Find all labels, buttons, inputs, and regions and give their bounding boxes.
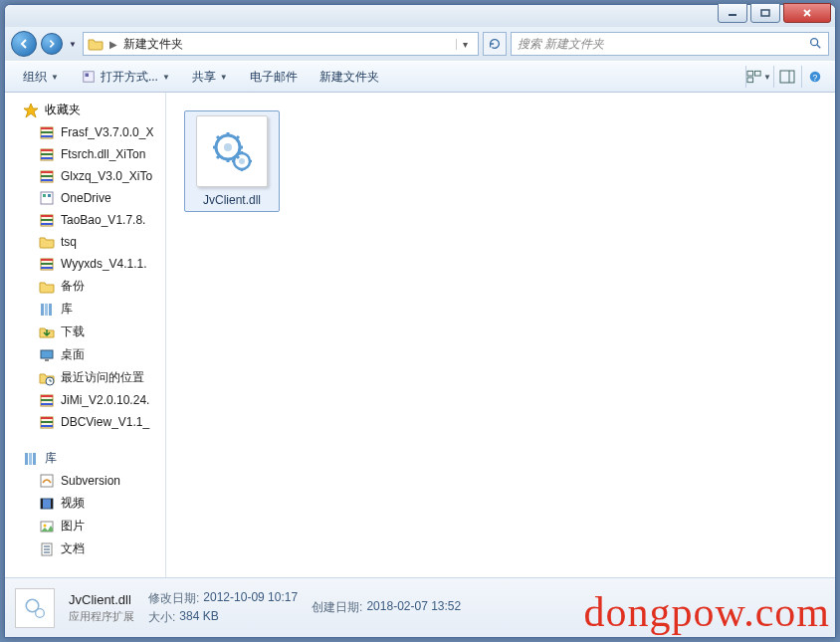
sidebar-item[interactable]: Frasf_V3.7.0.0_X xyxy=(5,121,165,143)
open-with-label: 打开方式... xyxy=(101,69,158,86)
chevron-down-icon: ▼ xyxy=(51,73,59,82)
email-label: 电子邮件 xyxy=(250,69,298,86)
svg-rect-21 xyxy=(41,153,53,155)
sidebar-item[interactable]: OneDrive xyxy=(5,187,165,209)
svg-rect-29 xyxy=(48,194,51,197)
sidebar-item-label: JiMi_V2.0.10.24. xyxy=(61,393,149,407)
sidebar-item[interactable]: Ftsrch.dll_XiTon xyxy=(5,143,165,165)
path-separator-icon: ▶ xyxy=(109,39,117,50)
svg-rect-41 xyxy=(41,350,53,358)
preview-pane-button[interactable] xyxy=(773,66,799,88)
new-folder-button[interactable]: 新建文件夹 xyxy=(310,65,389,90)
share-button[interactable]: 共享 ▼ xyxy=(182,65,238,90)
details-file-name: JvClient.dll xyxy=(69,592,134,607)
maximize-button[interactable] xyxy=(750,3,780,23)
search-icon xyxy=(808,36,822,53)
picture-icon xyxy=(39,519,55,535)
search-input[interactable]: 搜索 新建文件夹 xyxy=(511,32,829,56)
address-bar[interactable]: ▶ 新建文件夹 ▾ xyxy=(83,32,479,56)
sidebar-item-label: Frasf_V3.7.0.0_X xyxy=(61,125,153,139)
svg-rect-8 xyxy=(747,71,753,76)
details-meta-col1: 修改日期: 2012-10-09 10:17 大小: 384 KB xyxy=(148,590,298,626)
details-meta-col2: 创建日期: 2018-02-07 13:52 xyxy=(312,599,461,616)
titlebar xyxy=(5,5,835,27)
sidebar-item-label: tsq xyxy=(61,235,77,249)
svg-rect-37 xyxy=(41,267,53,269)
file-item[interactable]: JvClient.dll xyxy=(184,110,280,212)
sidebar-item-label: Ftsrch.dll_XiTon xyxy=(61,147,145,161)
help-button[interactable]: ? xyxy=(801,66,827,88)
sidebar-item-label: Wyyxds_V4.1.1. xyxy=(61,257,147,271)
sidebar-item-label: 库 xyxy=(61,301,73,318)
svg-rect-38 xyxy=(41,304,44,316)
svg-line-5 xyxy=(817,44,821,48)
svg-rect-26 xyxy=(41,179,53,181)
libraries-header[interactable]: 库 xyxy=(5,447,165,470)
desktop-icon xyxy=(39,347,55,363)
view-options-button[interactable]: ▼ xyxy=(745,66,771,88)
sidebar-item[interactable]: DBCView_V1.1_ xyxy=(5,411,165,433)
sidebar-item[interactable]: Subversion xyxy=(5,470,165,492)
svg-rect-52 xyxy=(25,453,28,465)
sidebar-item-label: 图片 xyxy=(61,518,85,535)
svg-point-70 xyxy=(36,608,45,617)
sidebar-item[interactable]: 最近访问的位置 xyxy=(5,366,165,389)
sidebar-item[interactable]: 图片 xyxy=(5,515,165,537)
svg-point-4 xyxy=(811,38,818,45)
main-area: 收藏夹 Frasf_V3.7.0.0_XFtsrch.dll_XiTonGlxz… xyxy=(5,93,835,577)
sidebar-item[interactable]: 备份 xyxy=(5,275,165,298)
sidebar-item[interactable]: 视频 xyxy=(5,492,165,515)
forward-button[interactable] xyxy=(41,33,63,55)
history-dropdown-icon[interactable]: ▼ xyxy=(67,40,79,49)
file-name-label: JvClient.dll xyxy=(203,193,261,207)
sidebar-item-label: DBCView_V1.1_ xyxy=(61,415,149,429)
share-label: 共享 xyxy=(192,69,216,86)
library-icon xyxy=(39,302,55,318)
sidebar-item-label: TaoBao_V1.7.8. xyxy=(61,213,145,227)
svg-rect-57 xyxy=(41,499,43,509)
svg-rect-27 xyxy=(41,192,53,204)
svg-rect-51 xyxy=(41,425,53,427)
svg-rect-10 xyxy=(747,78,753,83)
file-list-pane[interactable]: JvClient.dll xyxy=(166,93,835,577)
sidebar-item[interactable]: Wyyxds_V4.1.1. xyxy=(5,253,165,275)
svg-rect-17 xyxy=(41,131,53,133)
sidebar-item-label: 文档 xyxy=(61,540,85,557)
sidebar-item[interactable]: JiMi_V2.0.10.24. xyxy=(5,389,165,411)
sidebar-item[interactable]: TaoBao_V1.7.8. xyxy=(5,209,165,231)
open-with-button[interactable]: 打开方式... ▼ xyxy=(71,65,180,90)
favorites-header[interactable]: 收藏夹 xyxy=(5,99,165,121)
svg-rect-1 xyxy=(761,10,769,16)
svg-point-60 xyxy=(44,524,47,527)
svg-rect-16 xyxy=(41,127,53,129)
organize-button[interactable]: 组织 ▼ xyxy=(13,65,69,90)
created-value: 2018-02-07 13:52 xyxy=(366,599,461,616)
archive-icon xyxy=(39,256,55,272)
download-icon xyxy=(39,324,55,340)
svg-rect-24 xyxy=(41,171,53,173)
minimize-button[interactable] xyxy=(718,3,747,23)
address-dropdown-icon[interactable]: ▾ xyxy=(456,39,474,50)
sidebar-item-label: Glxzq_V3.0_XiTo xyxy=(61,169,152,183)
sidebar-item[interactable]: 桌面 xyxy=(5,343,165,366)
sidebar-item[interactable]: 下载 xyxy=(5,321,165,343)
close-button[interactable] xyxy=(783,3,831,23)
sidebar-item-label: 备份 xyxy=(61,278,85,295)
folder-icon xyxy=(88,36,104,52)
svg-rect-39 xyxy=(45,304,48,316)
refresh-button[interactable] xyxy=(483,32,507,56)
sidebar-item[interactable]: 库 xyxy=(5,298,165,321)
svg-rect-32 xyxy=(41,219,53,221)
svg-rect-53 xyxy=(29,453,32,465)
dll-file-icon xyxy=(196,115,268,187)
video-icon xyxy=(39,496,55,512)
details-pane: JvClient.dll 应用程序扩展 修改日期: 2012-10-09 10:… xyxy=(5,577,835,637)
sidebar-item[interactable]: tsq xyxy=(5,231,165,253)
sidebar-item[interactable]: 文档 xyxy=(5,537,165,560)
details-file-type: 应用程序扩展 xyxy=(69,609,134,624)
libraries-label: 库 xyxy=(45,450,57,467)
svg-rect-42 xyxy=(45,359,49,361)
sidebar-item[interactable]: Glxzq_V3.0_XiTo xyxy=(5,165,165,187)
email-button[interactable]: 电子邮件 xyxy=(240,65,308,90)
back-button[interactable] xyxy=(11,31,37,57)
